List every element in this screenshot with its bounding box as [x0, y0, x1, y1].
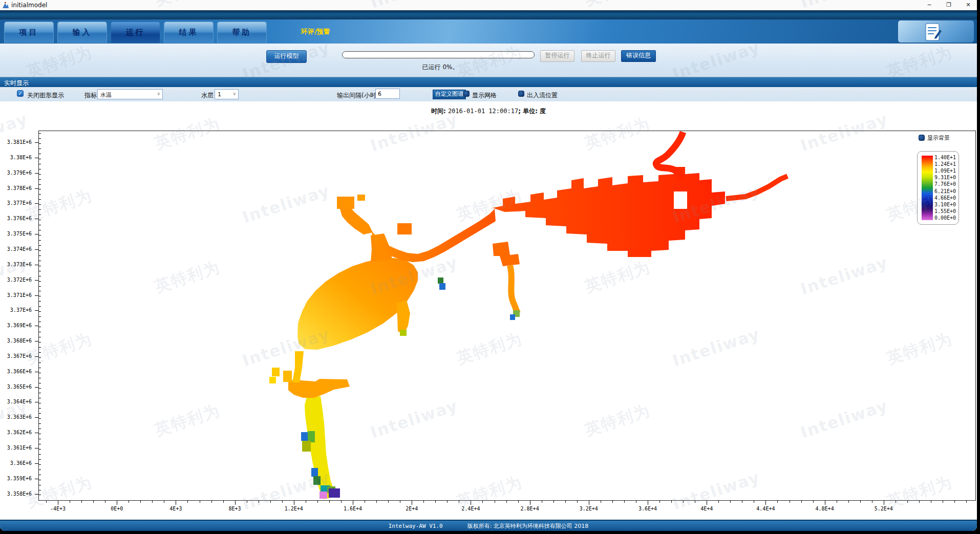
y-axis-tick-label: 3.375E+6 [0, 231, 32, 237]
y-axis-major-tick [35, 234, 38, 234]
y-axis-tick-label: 3.363E+6 [0, 414, 32, 420]
close-graph-checkbox[interactable]: ✓ [17, 90, 24, 97]
y-axis-minor-tick [39, 475, 41, 475]
y-axis-tick-label: 3.359E+6 [0, 476, 32, 481]
realtime-section-bar: 实时显示 [0, 77, 977, 87]
y-axis-minor-tick [39, 388, 41, 389]
x-axis-minor-tick [683, 501, 684, 503]
realtime-section-title: 实时显示 [4, 79, 29, 88]
x-axis-minor-tick [259, 501, 259, 503]
color-legend: 1.40E+11.24E+11.09E+19.31E+07.76E+06.21E… [917, 151, 959, 225]
x-axis-minor-tick [459, 501, 459, 503]
show-grid-label: 显示网格 [472, 91, 497, 100]
chevron-down-icon: ∨ [157, 91, 160, 96]
app-version: Intelway-AW V1.0 [389, 523, 443, 529]
run-model-button[interactable]: 运行模型 [266, 50, 307, 63]
tab-run[interactable]: 运行 [111, 22, 160, 43]
y-axis-tick-label: 3.364E+6 [0, 399, 32, 404]
x-axis-tick-label: 1.2E+4 [271, 506, 317, 511]
notes-icon[interactable] [925, 23, 942, 42]
x-axis-tick-label: 2.8E+4 [507, 506, 553, 511]
title-bar: initialmodel ─ ❐ ✕ [0, 0, 977, 11]
y-axis-minor-tick [39, 332, 41, 332]
layer-label: 水层 [201, 91, 214, 100]
x-axis-minor-tick [790, 501, 790, 503]
show-background-checkbox[interactable] [919, 135, 925, 141]
x-axis-minor-tick [388, 501, 389, 503]
y-axis-tick-label: 3.371E+6 [0, 292, 32, 298]
y-axis-tick-label: 3.377E+6 [0, 200, 32, 206]
y-axis-major-tick [35, 479, 38, 479]
x-axis-minor-tick [518, 501, 519, 503]
x-axis-tick-label: 0E+0 [94, 506, 140, 511]
y-axis-minor-tick [39, 342, 41, 343]
x-axis-minor-tick [329, 501, 330, 503]
y-axis-minor-tick [39, 444, 41, 444]
y-axis-minor-tick [39, 393, 41, 393]
y-axis-major-tick [35, 265, 38, 265]
x-axis-minor-tick [943, 501, 943, 503]
y-axis-minor-tick [39, 413, 41, 414]
y-axis-tick-label: 3.37E+6 [0, 307, 32, 313]
y-axis-minor-tick [39, 215, 41, 215]
legend-value: 7.76E+0 [934, 182, 958, 187]
tab-help[interactable]: 帮助 [217, 22, 267, 43]
x-axis-minor-tick [176, 501, 176, 503]
stop-run-button[interactable]: 终止运行 [581, 50, 615, 62]
x-axis-minor-tick [482, 501, 483, 503]
y-axis-tick-label: 3.365E+6 [0, 384, 32, 390]
x-axis-tick-label: 8E+3 [212, 506, 258, 511]
x-axis-minor-tick [648, 501, 648, 503]
y-axis-major-tick [35, 203, 38, 204]
x-axis-minor-tick [896, 501, 896, 503]
error-info-button[interactable]: 错误信息 [621, 50, 656, 62]
tab-input[interactable]: 输入 [57, 22, 107, 43]
y-axis-tick-label: 3.367E+6 [0, 353, 32, 359]
flow-location-checkbox[interactable] [518, 91, 524, 97]
x-axis-minor-tick [671, 501, 672, 503]
y-axis-minor-tick [39, 306, 41, 307]
y-axis-minor-tick [39, 143, 41, 144]
x-axis-minor-tick [341, 501, 342, 503]
y-axis-tick-label: 3.368E+6 [0, 338, 32, 344]
x-axis-minor-tick [860, 501, 861, 503]
y-axis-minor-tick [39, 311, 41, 312]
custom-palette-button[interactable]: 自定义图谱 [433, 90, 466, 99]
y-axis-tick-label: 3.379E+6 [0, 170, 32, 176]
y-axis-minor-tick [39, 383, 41, 383]
interval-input[interactable] [375, 89, 400, 99]
y-axis-minor-tick [39, 347, 41, 348]
y-axis-major-tick [35, 295, 38, 296]
x-axis-minor-tick [211, 501, 212, 503]
y-axis-minor-tick [39, 133, 41, 134]
legend-value: 6.21E+0 [934, 189, 958, 194]
layer-select[interactable]: 1 ∨ [215, 89, 239, 99]
app-icon [2, 2, 9, 9]
legend-color-bar [922, 156, 933, 220]
y-axis-minor-tick [39, 368, 41, 368]
tab-result[interactable]: 结果 [164, 22, 214, 43]
x-axis-minor-tick [848, 501, 849, 503]
pause-run-button[interactable]: 暂停运行 [540, 50, 574, 62]
x-axis-tick-label: 2E+4 [389, 506, 435, 511]
legend-value: 1.09E+1 [934, 168, 958, 174]
x-axis-minor-tick [589, 501, 589, 503]
y-axis-major-tick [35, 356, 38, 357]
show-grid-checkbox[interactable] [463, 91, 470, 97]
y-axis-minor-tick [39, 255, 41, 256]
indicator-select[interactable]: 水温 ∨ [97, 89, 163, 99]
y-axis-tick-label: 3.366E+6 [0, 369, 32, 374]
x-axis-minor-tick [152, 501, 153, 503]
y-axis-minor-tick [39, 337, 41, 337]
close-graph-label: 关闭图形显示 [27, 91, 64, 100]
minimize-button[interactable]: ─ [924, 1, 935, 9]
y-axis-minor-tick [39, 296, 41, 296]
maximize-button[interactable]: ❐ [943, 1, 954, 9]
y-axis-minor-tick [39, 449, 41, 450]
y-axis-minor-tick [39, 495, 41, 495]
tab-project[interactable]: 项目 [4, 22, 54, 43]
x-axis-minor-tick [801, 501, 802, 503]
y-axis-minor-tick [39, 322, 41, 322]
x-axis-tick-label: -4E+3 [35, 506, 81, 511]
close-button[interactable]: ✕ [963, 1, 974, 9]
